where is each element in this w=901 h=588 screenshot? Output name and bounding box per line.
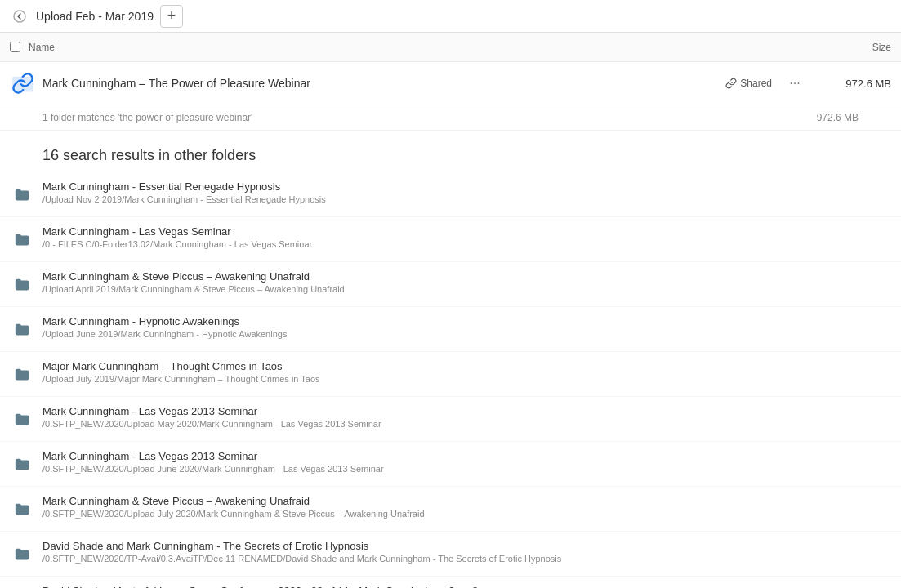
list-item[interactable]: David Shade and Mark Cunningham - The Se… [0, 532, 901, 577]
result-text: Mark Cunningham & Steve Piccus – Awakeni… [42, 495, 891, 519]
folder-icon [10, 70, 36, 96]
result-path: /0.SFTP_NEW/2020/TP-Avai/0.3.AvaiTP/Dec … [42, 554, 818, 564]
result-text: Major Mark Cunningham – Thought Crimes i… [42, 360, 891, 384]
folder-icon [10, 452, 36, 478]
svg-point-0 [14, 11, 25, 22]
column-header: Name Size [0, 33, 901, 62]
list-item[interactable]: David Shade - Masterful Lover Super Conf… [0, 577, 901, 588]
result-name: Mark Cunningham & Steve Piccus – Awakeni… [42, 270, 891, 283]
more-options-button[interactable]: ··· [785, 74, 805, 93]
folder-icon [10, 541, 36, 568]
other-results-title: 16 search results in other folders [42, 147, 256, 163]
shared-label: Shared [740, 78, 772, 89]
list-item[interactable]: Mark Cunningham - Hypnotic Awakenings /U… [0, 307, 901, 352]
result-name: David Shade and Mark Cunningham - The Se… [42, 540, 891, 552]
folder-icon [10, 227, 36, 253]
result-path: /Upload June 2019/Mark Cunningham - Hypn… [42, 329, 818, 339]
match-summary-text: 1 folder matches 'the power of pleasure … [42, 112, 252, 123]
result-name: Mark Cunningham - Hypnotic Awakenings [42, 315, 891, 327]
folder-icon [10, 317, 36, 343]
main-folder-name: Mark Cunningham – The Power of Pleasure … [42, 77, 725, 90]
list-item[interactable]: Mark Cunningham & Steve Piccus – Awakeni… [0, 262, 901, 307]
folder-icon [10, 272, 36, 298]
list-item[interactable]: Mark Cunningham - Las Vegas 2013 Seminar… [0, 442, 901, 487]
result-name: Mark Cunningham & Steve Piccus – Awakeni… [42, 495, 891, 507]
result-path: /Upload July 2019/Major Mark Cunningham … [42, 374, 818, 384]
size-column-header: Size [810, 42, 891, 53]
result-path: /0.SFTP_NEW/2020/Upload June 2020/Mark C… [42, 464, 818, 474]
result-text: Mark Cunningham - Las Vegas Seminar /0 -… [42, 225, 891, 249]
result-name: David Shade - Masterful Lover Super Conf… [42, 585, 891, 588]
result-text: David Shade and Mark Cunningham - The Se… [42, 540, 891, 564]
folder-icon [10, 182, 36, 208]
add-button[interactable]: + [160, 5, 183, 28]
match-summary: 1 folder matches 'the power of pleasure … [0, 105, 901, 131]
list-item[interactable]: Mark Cunningham - Essential Renegade Hyp… [0, 172, 901, 217]
result-path: /Upload April 2019/Mark Cunningham & Ste… [42, 284, 818, 294]
result-name: Mark Cunningham - Las Vegas 2013 Seminar [42, 405, 891, 417]
match-summary-size: 972.6 MB [817, 112, 859, 123]
result-text: Mark Cunningham & Steve Piccus – Awakeni… [42, 270, 891, 294]
list-item[interactable]: Mark Cunningham & Steve Piccus – Awakeni… [0, 487, 901, 532]
result-text: Mark Cunningham - Las Vegas 2013 Seminar… [42, 450, 891, 474]
main-folder-row[interactable]: Mark Cunningham – The Power of Pleasure … [0, 62, 901, 105]
other-results-header: 16 search results in other folders [0, 131, 901, 172]
name-column-header: Name [29, 42, 810, 53]
list-item[interactable]: Mark Cunningham - Las Vegas Seminar /0 -… [0, 217, 901, 262]
folder-icon [10, 362, 36, 388]
shared-badge: Shared [725, 78, 772, 89]
result-path: /Upload Nov 2 2019/Mark Cunningham - Ess… [42, 194, 818, 204]
main-folder-size: 972.6 MB [818, 78, 891, 90]
select-all-checkbox[interactable] [10, 42, 20, 52]
list-item[interactable]: Mark Cunningham - Las Vegas 2013 Seminar… [0, 397, 901, 442]
folder-icon [10, 407, 36, 433]
top-bar: Upload Feb - Mar 2019 + [0, 0, 901, 33]
list-item[interactable]: Major Mark Cunningham – Thought Crimes i… [0, 352, 901, 397]
result-name: Mark Cunningham - Las Vegas Seminar [42, 225, 891, 238]
result-text: Mark Cunningham - Hypnotic Awakenings /U… [42, 315, 891, 339]
result-path: /0 - FILES C/0-Folder13.02/Mark Cunningh… [42, 239, 818, 249]
breadcrumb-title: Upload Feb - Mar 2019 [36, 10, 154, 23]
back-button[interactable] [10, 7, 29, 26]
folder-icon [10, 497, 36, 523]
result-path: /0.SFTP_NEW/2020/Upload July 2020/Mark C… [42, 509, 818, 519]
result-text: Mark Cunningham - Las Vegas 2013 Seminar… [42, 405, 891, 429]
result-name: Mark Cunningham - Essential Renegade Hyp… [42, 180, 891, 193]
result-text: David Shade - Masterful Lover Super Conf… [42, 585, 891, 588]
result-name: Mark Cunningham - Las Vegas 2013 Seminar [42, 450, 891, 462]
results-list: Mark Cunningham - Essential Renegade Hyp… [0, 172, 901, 588]
result-text: Mark Cunningham - Essential Renegade Hyp… [42, 180, 891, 204]
result-path: /0.SFTP_NEW/2020/Upload May 2020/Mark Cu… [42, 419, 818, 429]
result-name: Major Mark Cunningham – Thought Crimes i… [42, 360, 891, 372]
